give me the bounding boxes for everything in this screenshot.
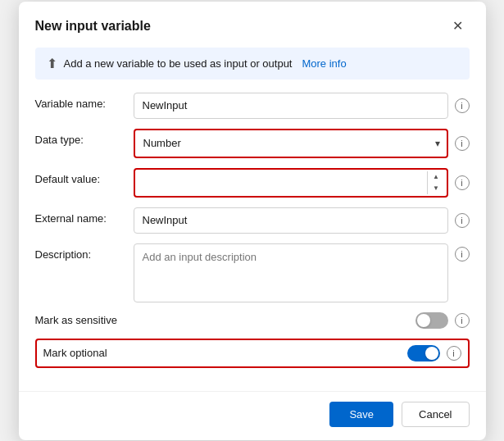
new-input-variable-dialog: New input variable ✕ ⬆ Add a new variabl… — [19, 2, 486, 440]
info-banner: ⬆ Add a new variable to be used as input… — [35, 48, 470, 80]
default-value-label: Default value: — [35, 168, 134, 185]
mark-optional-row: Mark optional i — [35, 339, 470, 368]
spinner-up-button[interactable]: ▲ — [428, 171, 445, 183]
mark-sensitive-toggle[interactable] — [415, 312, 448, 329]
more-info-link[interactable]: More info — [302, 57, 346, 70]
spinner-buttons: ▲ ▼ — [427, 171, 445, 194]
external-name-control: i — [134, 207, 470, 234]
mark-optional-toggle-wrap: i — [407, 345, 461, 361]
variable-name-row: Variable name: i — [35, 93, 470, 119]
data-type-control: Text Number Boolean Date List ▾ i — [134, 129, 470, 158]
description-control: i — [134, 243, 470, 302]
data-type-label: Data type: — [35, 129, 134, 146]
dialog-title: New input variable — [35, 19, 151, 34]
mark-sensitive-toggle-wrap: i — [415, 312, 470, 329]
variable-name-input[interactable] — [134, 93, 448, 119]
external-name-info-icon: i — [455, 213, 470, 228]
variable-name-label: Variable name: — [35, 93, 134, 110]
form-body: Variable name: i Data type: Text Number … — [19, 93, 486, 391]
dialog-header: New input variable ✕ — [19, 2, 486, 48]
external-name-row: External name: i — [35, 207, 470, 234]
default-value-control: ▲ ▼ i — [134, 168, 470, 198]
dialog-footer: Save Cancel — [19, 391, 486, 440]
variable-name-control: i — [134, 93, 470, 119]
description-row: Description: i — [35, 243, 470, 302]
data-type-info-icon: i — [455, 136, 470, 151]
external-name-input[interactable] — [134, 207, 448, 234]
data-type-select-wrap: Text Number Boolean Date List ▾ — [134, 129, 448, 158]
mark-optional-label: Mark optional — [43, 347, 407, 359]
mark-sensitive-info-icon: i — [455, 313, 470, 328]
description-info-icon: i — [455, 247, 470, 261]
data-type-select[interactable]: Text Number Boolean Date List — [135, 130, 447, 157]
external-name-label: External name: — [35, 207, 134, 225]
data-type-row: Data type: Text Number Boolean Date List… — [35, 129, 470, 158]
cancel-button[interactable]: Cancel — [402, 402, 469, 427]
default-value-info-icon: i — [455, 175, 470, 190]
spinner-down-button[interactable]: ▼ — [428, 183, 445, 194]
description-textarea[interactable] — [134, 243, 448, 302]
default-value-input-wrap: ▲ ▼ — [134, 168, 448, 198]
upload-icon: ⬆ — [47, 56, 57, 71]
mark-sensitive-row: Mark as sensitive i — [35, 312, 470, 329]
default-value-row: Default value: ▲ ▼ i — [35, 168, 470, 198]
description-label: Description: — [35, 243, 134, 261]
close-button[interactable]: ✕ — [447, 15, 470, 38]
variable-name-info-icon: i — [455, 98, 470, 113]
mark-sensitive-label: Mark as sensitive — [35, 314, 415, 326]
save-button[interactable]: Save — [329, 402, 393, 427]
mark-optional-info-icon: i — [447, 346, 461, 361]
banner-text: Add a new variable to be used as input o… — [64, 57, 293, 70]
mark-sensitive-slider — [415, 312, 448, 329]
mark-optional-slider — [407, 345, 440, 361]
mark-optional-toggle[interactable] — [407, 345, 440, 361]
default-value-input[interactable] — [135, 170, 447, 196]
